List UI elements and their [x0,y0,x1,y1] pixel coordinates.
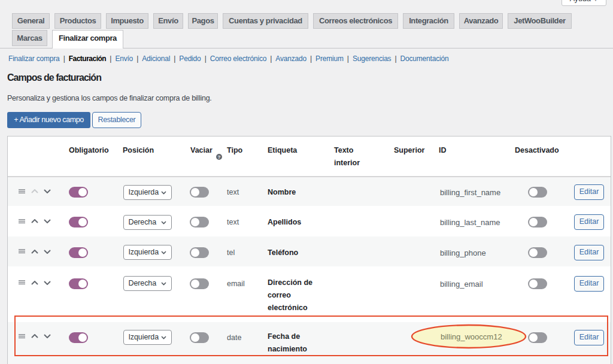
svg-text:?: ? [218,154,221,160]
